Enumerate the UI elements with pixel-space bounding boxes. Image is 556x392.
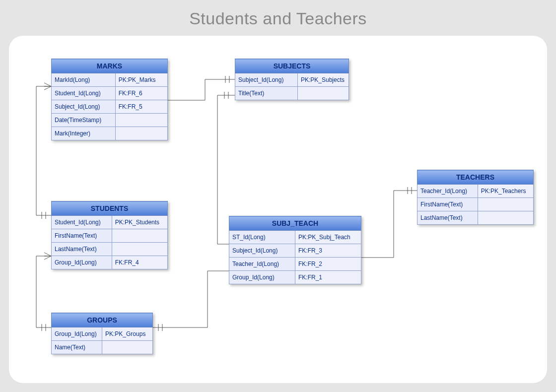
- entity-subjects-header: SUBJECTS: [235, 59, 349, 73]
- table-row: Mark(Integer): [52, 127, 168, 140]
- entity-subjects: SUBJECTS Subject_Id(Long)PK:PK_Subjects …: [235, 59, 349, 100]
- table-row: ST_Id(Long)PK:PK_Subj_Teach: [229, 231, 361, 244]
- table-row: Date(TimeStamp): [52, 114, 168, 127]
- table-row: Subject_Id(Long)FK:FR_3: [229, 244, 361, 258]
- entity-subj-teach-header: SUBJ_TEACH: [229, 216, 361, 231]
- entity-marks-header: MARKS: [52, 59, 168, 73]
- table-row: Title(Text): [235, 87, 349, 100]
- entity-marks: MARKS MarkId(Long)PK:PK_Marks Student_Id…: [51, 59, 168, 140]
- table-row: Name(Text): [52, 341, 153, 354]
- entity-students: STUDENTS Student_Id(Long)PK:PK_Students …: [51, 201, 168, 269]
- entity-subj-teach: SUBJ_TEACH ST_Id(Long)PK:PK_Subj_Teach S…: [229, 216, 361, 284]
- table-row: LastName(Text): [52, 243, 168, 256]
- table-row: Group_Id(Long)PK:PK_Groups: [52, 327, 153, 341]
- table-row: Group_Id(Long)FK:FR_4: [52, 256, 168, 269]
- table-row: Subject_Id(Long)PK:PK_Subjects: [235, 73, 349, 87]
- entity-groups-header: GROUPS: [52, 313, 153, 327]
- diagram-title: Students and Teachers: [0, 9, 556, 28]
- table-row: MarkId(Long)PK:PK_Marks: [52, 73, 168, 87]
- table-row: Teacher_Id(Long)FK:FR_2: [229, 258, 361, 271]
- entity-teachers-header: TEACHERS: [417, 170, 534, 185]
- table-row: FirstName(Text): [417, 198, 534, 211]
- entity-teachers: TEACHERS Teacher_Id(Long)PK:PK_Teachers …: [417, 170, 534, 225]
- table-row: Teacher_Id(Long)PK:PK_Teachers: [417, 185, 534, 198]
- table-row: Subject_Id(Long)FK:FR_5: [52, 100, 168, 114]
- entity-students-header: STUDENTS: [52, 201, 168, 216]
- page: Students and Teachers: [0, 0, 556, 392]
- table-row: Group_Id(Long)FK:FR_1: [229, 271, 361, 284]
- entity-groups: GROUPS Group_Id(Long)PK:PK_Groups Name(T…: [51, 313, 153, 354]
- table-row: Student_Id(Long)PK:PK_Students: [52, 216, 168, 229]
- diagram-canvas: MARKS MarkId(Long)PK:PK_Marks Student_Id…: [9, 36, 547, 383]
- table-row: FirstName(Text): [52, 229, 168, 243]
- table-row: Student_Id(Long)FK:FR_6: [52, 87, 168, 100]
- table-row: LastName(Text): [417, 211, 534, 225]
